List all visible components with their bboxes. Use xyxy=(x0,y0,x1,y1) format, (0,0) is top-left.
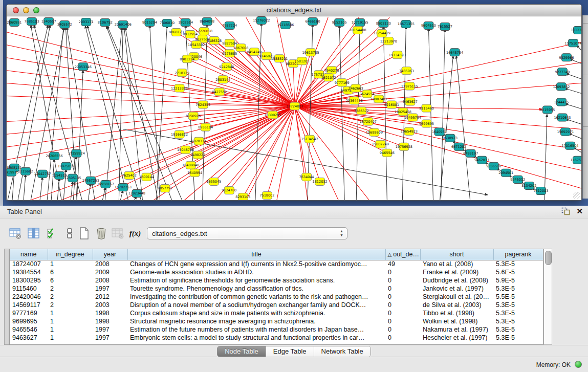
table-row[interactable]: 1938455462009Genome-wide association stu… xyxy=(10,268,543,276)
graph-node[interactable]: 2718129 xyxy=(175,69,189,77)
graph-node[interactable]: 7386372 xyxy=(354,107,369,115)
graph-node[interactable]: 7518002 xyxy=(259,191,274,199)
new-document-icon[interactable] xyxy=(77,226,91,240)
cell-title[interactable]: Estimation of the future numbers of pati… xyxy=(127,325,385,334)
graph-node[interactable]: 9015204 xyxy=(142,19,157,27)
memory-status-led-icon[interactable] xyxy=(575,361,582,368)
cell-in_degree[interactable]: 6 xyxy=(48,268,93,276)
graph-node[interactable]: 17975115 xyxy=(401,82,418,90)
cell-short[interactable]: Franke et al. (2009) xyxy=(420,268,493,276)
cell-name[interactable]: 9465546 xyxy=(10,325,48,334)
cell-year[interactable]: 2008 xyxy=(93,276,127,285)
delete-table-trash-icon[interactable] xyxy=(94,226,108,240)
graph-node[interactable]: 1635045 xyxy=(206,178,221,185)
column-header-name[interactable]: name xyxy=(10,249,48,260)
graph-node[interactable]: 1112304 xyxy=(571,27,581,34)
cell-out_degree[interactable]: 0 xyxy=(385,309,420,317)
graph-node[interactable]: 9857791 xyxy=(158,184,172,192)
close-panel-icon[interactable]: ✕ xyxy=(576,207,583,215)
graph-node[interactable]: 7612003 xyxy=(533,187,548,194)
cell-title[interactable]: Tourette syndrome. Phenomenology and cla… xyxy=(127,285,385,293)
graph-node[interactable]: 16648784 xyxy=(446,49,463,56)
graph-node[interactable]: 15134547 xyxy=(301,135,318,143)
graph-node[interactable]: 1902514 xyxy=(178,19,193,27)
cell-in_degree[interactable]: 1 xyxy=(48,309,93,317)
column-header-title[interactable]: title xyxy=(127,249,385,260)
cell-short[interactable]: Yano et al. (2008) xyxy=(420,260,493,268)
cell-out_degree[interactable]: 0 xyxy=(385,317,420,325)
cell-pagerank[interactable]: 5.3E-5 xyxy=(493,317,543,325)
tab-edge-table[interactable]: Edge Table xyxy=(266,346,314,357)
float-panel-icon[interactable] xyxy=(561,207,570,215)
table-row[interactable]: 1872400712008Changes of HCN gene express… xyxy=(10,260,543,268)
table-row[interactable]: 946362711997Embryonic stem cells: a mode… xyxy=(10,334,543,342)
cell-name[interactable]: 18300295 xyxy=(10,276,48,285)
cell-pagerank[interactable]: 5.9E-5 xyxy=(493,276,543,285)
cell-out_degree[interactable]: 49 xyxy=(385,260,420,268)
cell-short[interactable]: Hescheler et al. (1997) xyxy=(420,334,493,342)
table-row[interactable]: 2242004622012Investigating the contribut… xyxy=(10,293,543,301)
tab-node-table[interactable]: Node Table xyxy=(217,346,266,357)
column-header-in_degree[interactable]: in_degree xyxy=(48,249,93,260)
column-header-pagerank[interactable]: pagerank xyxy=(493,249,543,260)
cell-out_degree[interactable]: 0 xyxy=(385,301,420,309)
cell-year[interactable]: 1997 xyxy=(93,285,127,293)
select-column-icon[interactable] xyxy=(27,226,41,240)
graph-node[interactable]: 19654923 xyxy=(401,127,418,135)
cell-pagerank[interactable]: 5.3E-5 xyxy=(493,309,543,317)
graph-node[interactable]: 1812032 xyxy=(313,178,328,185)
graph-node[interactable]: 20691406 xyxy=(115,21,132,29)
graph-node[interactable]: 9152105 xyxy=(332,19,347,27)
table-row[interactable]: 911546021997Tourette syndrome. Phenomeno… xyxy=(10,285,543,293)
cell-pagerank[interactable]: 5.3E-5 xyxy=(493,334,543,342)
cell-short[interactable]: Jankovic et al. (1997) xyxy=(420,285,493,293)
cell-name[interactable]: 9463627 xyxy=(10,334,48,342)
graph-node[interactable]: 12226058 xyxy=(195,28,212,35)
network-canvas[interactable]: 2060951768510313405573405572209317181067… xyxy=(7,16,581,200)
cell-out_degree[interactable]: 0 xyxy=(385,268,420,276)
cell-out_degree[interactable]: 0 xyxy=(385,276,420,285)
cell-out_degree[interactable]: 0 xyxy=(385,334,420,342)
graph-node[interactable]: 7634044 xyxy=(299,173,314,181)
graph-node[interactable]: 6466160 xyxy=(306,18,320,26)
cell-year[interactable]: 2003 xyxy=(93,301,127,309)
cell-in_degree[interactable]: 1 xyxy=(48,260,93,268)
cell-year[interactable]: 1998 xyxy=(93,309,127,317)
graph-node[interactable]: 10154408 xyxy=(350,27,366,34)
graph-node[interactable]: 1640994 xyxy=(187,169,202,177)
graph-node[interactable]: 9329966 xyxy=(559,54,574,61)
cell-title[interactable]: Structural magnetic resonance image aver… xyxy=(127,317,385,325)
graph-node[interactable]: 9227349 xyxy=(555,68,570,76)
cell-pagerank[interactable]: 5.6E-5 xyxy=(493,268,543,276)
window-resize-grip[interactable] xyxy=(573,192,580,199)
graph-node[interactable]: 7615527 xyxy=(438,23,452,31)
tab-network-table[interactable]: Network Table xyxy=(314,346,371,357)
cell-year[interactable]: 2009 xyxy=(93,268,127,276)
cell-in_degree[interactable]: 1 xyxy=(48,334,93,342)
cell-title[interactable]: Disruption of a novel member of a sodium… xyxy=(127,301,385,309)
cell-title[interactable]: Genome-wide association studies in ADHD. xyxy=(127,268,385,276)
cell-pagerank[interactable]: 5.3E-5 xyxy=(493,260,543,268)
graph-node[interactable]: 2060951 xyxy=(7,19,22,27)
graph-node[interactable]: 9356518 xyxy=(486,162,501,170)
cell-short[interactable]: de Silva et al. (2003) xyxy=(420,301,493,309)
graph-node[interactable]: 18671355 xyxy=(398,20,415,28)
graph-node[interactable]: 9699695 xyxy=(419,120,434,127)
graph-node[interactable]: 8134202 xyxy=(521,182,536,189)
column-header-year[interactable]: year xyxy=(93,249,127,260)
cell-name[interactable]: 22420046 xyxy=(10,293,48,301)
cell-name[interactable]: 14569117 xyxy=(10,301,48,309)
cell-pagerank[interactable]: 5.3E-5 xyxy=(493,285,543,293)
function-builder-icon[interactable]: f(x) xyxy=(128,226,142,240)
table-row[interactable]: 977716911998Corpus callosum shape and si… xyxy=(10,309,543,317)
graph-node[interactable]: 15751074 xyxy=(564,39,581,47)
graph-node[interactable]: 19613785 xyxy=(302,49,319,56)
table-vertical-scrollbar[interactable] xyxy=(543,249,552,345)
cell-title[interactable]: Corpus callosum shape and size in male p… xyxy=(127,309,385,317)
graph-node[interactable]: 10688609 xyxy=(366,128,383,136)
graph-node[interactable]: 17016504 xyxy=(561,142,578,149)
cell-name[interactable]: 9115460 xyxy=(10,285,48,293)
table-row[interactable]: 1456911722003Disruption of a novel membe… xyxy=(10,301,543,309)
table-settings-icon[interactable] xyxy=(8,226,23,240)
graph-node[interactable]: 10719155 xyxy=(352,19,368,27)
